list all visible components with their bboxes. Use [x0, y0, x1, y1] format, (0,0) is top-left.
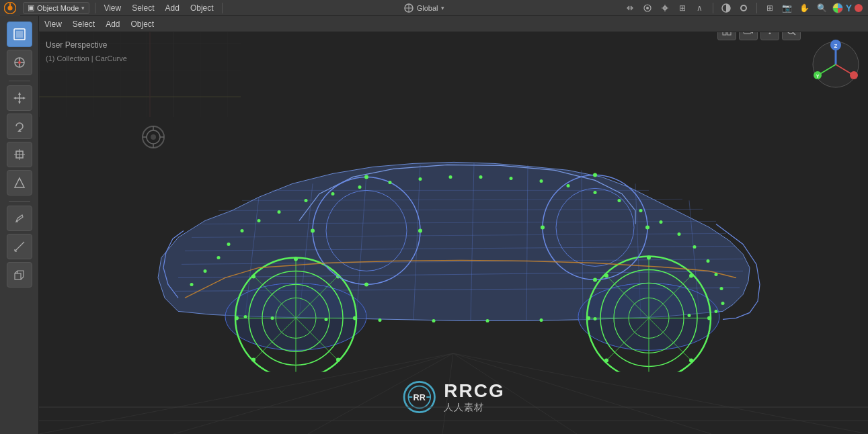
add-cube-button[interactable]: [7, 262, 32, 288]
svg-text:Z: Z: [834, 43, 838, 49]
select-tool-button[interactable]: [7, 21, 32, 47]
svg-point-141: [378, 318, 381, 322]
axes-gizmo[interactable]: Z Y: [811, 40, 858, 87]
svg-point-104: [418, 228, 422, 232]
svg-point-83: [587, 256, 711, 372]
svg-line-182: [442, 353, 453, 434]
menu-object[interactable]: Object: [185, 0, 219, 16]
annotate-tool-button[interactable]: [7, 206, 32, 231]
svg-line-48: [175, 288, 740, 291]
svg-line-57: [299, 183, 313, 318]
left-toolbar: [0, 16, 39, 434]
viewport-menu-view[interactable]: View: [39, 16, 67, 32]
viewport-header: View Select Add Object: [39, 16, 868, 32]
svg-point-96: [689, 273, 693, 277]
svg-line-180: [173, 353, 453, 434]
proportional-icon[interactable]: [640, 1, 655, 15]
svg-line-58: [356, 173, 366, 319]
menu-select[interactable]: Select: [126, 0, 159, 16]
transform-tool-button[interactable]: [7, 170, 32, 196]
snap-icon[interactable]: [658, 1, 672, 15]
svg-point-136: [719, 287, 723, 290]
blender-logo[interactable]: [0, 0, 20, 16]
link-icon[interactable]: [623, 1, 637, 15]
measure-tool-button[interactable]: [7, 234, 32, 259]
grid-icon[interactable]: ⊞: [762, 1, 777, 15]
svg-point-125: [509, 177, 512, 180]
svg-point-105: [543, 175, 647, 279]
svg-point-112: [203, 269, 206, 273]
svg-point-74: [294, 257, 298, 261]
object-mode-selector[interactable]: ▣ Object Mode ▾: [23, 2, 89, 14]
svg-line-60: [471, 163, 474, 320]
svg-point-67: [249, 271, 343, 365]
svg-rect-13: [16, 31, 23, 38]
svg-point-93: [586, 316, 590, 320]
viewport-menu-select[interactable]: Select: [67, 16, 100, 32]
svg-point-42: [151, 134, 156, 140]
menu-add[interactable]: Add: [160, 0, 185, 16]
svg-line-90: [605, 274, 693, 361]
svg-line-179: [39, 353, 453, 434]
viewport-shading-icon[interactable]: [719, 1, 734, 15]
sep2: [756, 3, 757, 13]
rotate-tool-button[interactable]: [7, 114, 32, 139]
hand-icon[interactable]: ✋: [797, 1, 812, 15]
svg-point-99: [313, 177, 420, 284]
svg-line-59: [413, 165, 420, 320]
viewport-menu-object[interactable]: Object: [126, 16, 160, 32]
svg-point-117: [277, 210, 280, 214]
svg-line-169: [793, 33, 795, 35]
svg-line-50: [185, 246, 736, 251]
svg-point-144: [539, 318, 543, 322]
svg-point-157: [850, 71, 858, 79]
svg-line-30: [15, 242, 24, 251]
camera-focus-widget: [140, 124, 167, 153]
zoom-icon[interactable]: 🔍: [815, 1, 830, 15]
svg-point-91: [647, 255, 651, 259]
svg-line-64: [689, 200, 699, 314]
svg-line-51: [192, 233, 726, 237]
ground-grid: [39, 353, 868, 434]
svg-line-61: [526, 165, 528, 320]
svg-point-137: [721, 302, 724, 305]
svg-point-102: [364, 282, 368, 286]
svg-marker-23: [23, 97, 26, 99]
render-icon[interactable]: [736, 1, 751, 15]
sep: [713, 3, 713, 13]
menu-view[interactable]: View: [98, 0, 126, 16]
svg-point-139: [270, 316, 274, 320]
watermark-text-group: RRCG 人人素材: [444, 380, 504, 414]
svg-point-135: [714, 273, 717, 276]
cursor-tool-button[interactable]: [7, 50, 32, 75]
svg-point-113: [216, 256, 220, 259]
svg-point-97: [604, 358, 608, 362]
transform-label: Global: [417, 4, 438, 12]
angle-icon[interactable]: ∧: [693, 1, 707, 15]
svg-point-11: [742, 6, 746, 10]
svg-point-134: [706, 259, 709, 263]
separator-2: [222, 3, 223, 13]
color-sphere[interactable]: [832, 3, 843, 13]
svg-point-107: [593, 173, 597, 177]
svg-point-138: [243, 315, 247, 318]
camera-icon[interactable]: 📷: [780, 1, 795, 15]
main-viewport[interactable]: View Select Add Object User Perspective …: [39, 16, 868, 434]
scale-tool-button[interactable]: [7, 142, 32, 167]
svg-line-181: [308, 353, 453, 434]
move-tool-button[interactable]: [7, 85, 32, 111]
svg-point-129: [617, 199, 621, 202]
viewport-menu-add[interactable]: Add: [100, 16, 125, 32]
svg-point-173: [408, 386, 430, 408]
watermark: RR RRCG 人人素材: [402, 380, 504, 414]
overlay-icon[interactable]: ⊞: [675, 1, 690, 15]
svg-point-172: [404, 382, 434, 412]
svg-point-77: [353, 316, 357, 320]
svg-point-17: [18, 61, 21, 64]
svg-point-103: [311, 228, 315, 232]
svg-point-95: [604, 273, 608, 277]
svg-point-84: [600, 269, 697, 366]
y-axis-indicator: Y: [846, 3, 852, 13]
transform-icon: [403, 3, 414, 13]
svg-line-53: [219, 209, 703, 210]
